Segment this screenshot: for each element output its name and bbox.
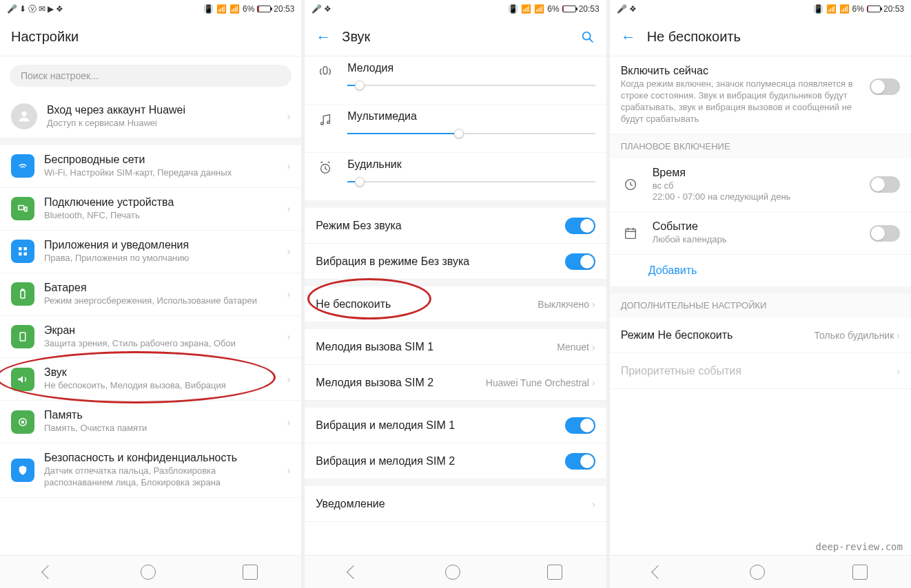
silent-toggle[interactable] <box>565 218 595 234</box>
calendar-icon <box>621 224 640 243</box>
account-row[interactable]: Вход через аккаунт Huawei Доступ к серви… <box>0 95 301 138</box>
svg-rect-1 <box>19 206 24 210</box>
enable-now-toggle[interactable] <box>870 78 900 95</box>
signal-icon: 📶 <box>839 4 850 14</box>
nav-home-button[interactable] <box>141 565 156 580</box>
chevron-right-icon: › <box>897 330 900 341</box>
chevron-right-icon: › <box>287 288 291 300</box>
svg-point-15 <box>321 123 324 125</box>
sim1-vibration-row[interactable]: Вибрация и мелодия SIM 1 <box>305 408 606 443</box>
vibrate-icon: 📳 <box>203 4 214 14</box>
vibrate-silent-toggle[interactable] <box>565 253 595 270</box>
settings-item-sound[interactable]: Звук Не беспокоить, Мелодия вызова, Вибр… <box>0 358 301 401</box>
dnd-row[interactable]: Не беспокоить Выключено › <box>305 286 606 322</box>
search-input[interactable]: Поиск настроек... <box>10 65 291 87</box>
alarm-slider[interactable] <box>347 175 595 189</box>
silent-mode-row[interactable]: Режим Без звука <box>305 208 606 244</box>
svg-point-12 <box>582 32 590 39</box>
svg-rect-6 <box>24 253 28 256</box>
battery-pct: 6% <box>547 4 559 14</box>
settings-item-wireless[interactable]: Беспроводные сети Wi-Fi, Настройки SIM-к… <box>0 145 301 188</box>
sim2-ringtone-row[interactable]: Мелодия вызова SIM 2 Huawei Tune Orchest… <box>305 365 606 401</box>
page-title: Звук <box>342 29 370 45</box>
svg-point-11 <box>22 421 24 423</box>
chevron-right-icon: › <box>287 331 291 342</box>
settings-item-apps[interactable]: Приложения и уведомления Права, Приложен… <box>0 231 301 273</box>
schedule-section-header: ПЛАНОВОЕ ВКЛЮЧЕНИЕ <box>610 134 911 158</box>
status-bar: 🎤 ❖ 📳 📶 📶 6% 20:53 <box>610 0 911 18</box>
ringtone-slider[interactable] <box>347 78 595 92</box>
nav-recent-button[interactable] <box>547 565 562 580</box>
watermark: deep-review.com <box>816 541 903 552</box>
time-toggle[interactable] <box>870 176 900 193</box>
shield-icon <box>11 459 34 482</box>
phone-screen-1: 🎤 ⬇ ⓥ ✉ ▶ ❖ 📳 📶 📶 6% 20:53 Настройки Пои… <box>0 0 301 588</box>
battery-icon <box>11 282 34 306</box>
settings-item-display[interactable]: Экран Защита зрения, Стиль рабочего экра… <box>0 316 301 359</box>
phone-screen-3: 🎤 ❖ 📳 📶 📶 6% 20:53 ← Не беспокоить Включ… <box>610 0 911 588</box>
phone-screen-2: 🎤 ❖ 📳 📶 📶 6% 20:53 ← Звук Мелодия <box>305 0 606 588</box>
search-icon[interactable] <box>580 30 595 45</box>
clock-icon <box>621 175 640 194</box>
event-toggle[interactable] <box>870 225 900 242</box>
nav-recent-button[interactable] <box>852 565 868 580</box>
download-icon: ⬇ <box>19 4 26 14</box>
sim1-ringtone-row[interactable]: Мелодия вызова SIM 1 Menuet › <box>305 329 606 365</box>
nav-back-button[interactable] <box>347 565 360 579</box>
dnd-mode-row[interactable]: Режим Не беспокоить Только будильник › <box>610 317 911 353</box>
svg-rect-5 <box>19 253 22 256</box>
vibrate-icon: 📳 <box>508 4 518 14</box>
status-bar: 🎤 ❖ 📳 📶 📶 6% 20:53 <box>305 0 606 18</box>
sim1-vibration-toggle[interactable] <box>565 417 595 434</box>
svg-line-13 <box>589 39 593 42</box>
nav-recent-button[interactable] <box>243 565 258 580</box>
battery-pct: 6% <box>852 4 864 14</box>
wifi-icon: 📶 <box>216 4 227 14</box>
nav-home-button[interactable] <box>750 565 765 580</box>
ringtone-slider-row: Мелодия <box>305 56 606 105</box>
app-header: ← Не беспокоить <box>610 18 911 56</box>
settings-item-storage[interactable]: Память Память, Очистка памяти › <box>0 401 301 443</box>
media-icon <box>316 110 335 129</box>
alarm-icon <box>316 158 335 178</box>
svg-rect-7 <box>21 291 25 298</box>
time-row[interactable]: Время вс сб22:00 - 07:00 на следующий де… <box>610 158 911 213</box>
nav-back-button[interactable] <box>41 565 55 579</box>
sound-icon <box>11 368 34 391</box>
wifi-icon <box>11 154 34 178</box>
more-section-header: ДОПОЛНИТЕЛЬНЫЕ НАСТРОЙКИ <box>610 293 911 317</box>
svg-rect-2 <box>25 207 27 211</box>
alarm-slider-row: Будильник <box>305 153 606 201</box>
wifi-icon: 📶 <box>521 4 531 14</box>
chevron-right-icon: › <box>287 246 291 257</box>
app-header: Настройки <box>0 18 301 56</box>
priority-events-row[interactable]: Приоритетные события › <box>610 353 911 389</box>
svg-rect-4 <box>24 247 28 251</box>
chevron-right-icon: › <box>287 417 291 428</box>
event-row[interactable]: Событие Любой календарь <box>610 212 911 255</box>
vibrate-silent-row[interactable]: Вибрация в режиме Без звука <box>305 244 606 280</box>
signal-icon: 📶 <box>229 4 240 14</box>
back-button[interactable]: ← <box>621 28 636 46</box>
back-button[interactable]: ← <box>316 28 331 46</box>
mic-icon: 🎤 <box>311 4 322 14</box>
enable-now-row[interactable]: Включить сейчас Когда режим включен, зна… <box>610 56 911 134</box>
tag-icon: ❖ <box>56 4 63 14</box>
sim2-vibration-row[interactable]: Вибрация и мелодия SIM 2 <box>305 443 606 479</box>
notification-row[interactable]: Уведомление › <box>305 486 606 522</box>
storage-icon <box>11 410 34 434</box>
tag-icon: ❖ <box>324 4 331 14</box>
nav-home-button[interactable] <box>445 565 460 580</box>
settings-item-security[interactable]: Безопасность и конфиденциальность Датчик… <box>0 443 301 498</box>
app-header: ← Звук <box>305 18 606 56</box>
chevron-right-icon: › <box>592 342 595 353</box>
nav-back-button[interactable] <box>651 565 665 579</box>
navigation-bar <box>0 555 301 588</box>
add-button[interactable]: Добавить <box>610 255 911 286</box>
navigation-bar <box>305 555 606 588</box>
media-slider[interactable] <box>347 127 595 140</box>
settings-item-device-connection[interactable]: Подключение устройства Bluetooth, NFC, П… <box>0 188 301 231</box>
settings-item-battery[interactable]: Батарея Режим энергосбережения, Использо… <box>0 273 301 316</box>
sim2-vibration-toggle[interactable] <box>565 453 595 470</box>
chevron-right-icon: › <box>592 377 595 388</box>
